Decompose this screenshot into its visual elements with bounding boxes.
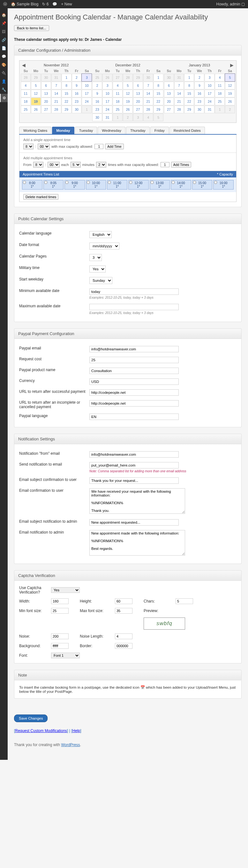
cal-day[interactable]: 12	[225, 82, 235, 89]
sidebar-plugins[interactable]: 🔌	[0, 69, 8, 77]
cal-day[interactable]: 13	[133, 90, 143, 97]
cal-day[interactable]: 9	[92, 90, 102, 97]
cal-day[interactable]: 24	[205, 98, 215, 105]
cal-day[interactable]: 2	[92, 82, 102, 89]
single-hour-select[interactable]: 8	[23, 144, 33, 149]
cal-day[interactable]: 5	[123, 82, 133, 89]
cal-day-other[interactable]: 1	[82, 105, 92, 113]
cal-day[interactable]: 22	[154, 98, 163, 105]
cal-day[interactable]: 18	[215, 90, 225, 97]
time-check[interactable]	[87, 181, 90, 184]
time-check[interactable]	[129, 181, 132, 184]
cal-day[interactable]: 5	[225, 74, 235, 82]
cal-day-other[interactable]: 30	[164, 74, 174, 82]
cal-day[interactable]: 11	[113, 90, 123, 97]
cal-day[interactable]: 13	[41, 90, 51, 97]
cal-day-other[interactable]: 1	[113, 114, 123, 121]
multi-count-select[interactable]: 2	[96, 162, 106, 167]
captcha-use-select[interactable]: Yes	[51, 587, 80, 593]
captcha-nlen-input[interactable]	[115, 633, 132, 639]
notif-to-input[interactable]	[89, 462, 179, 468]
cal-day[interactable]: 14	[143, 90, 153, 97]
cal-day[interactable]: 30	[72, 105, 82, 113]
cal-day[interactable]: 28	[143, 105, 153, 113]
cal-day[interactable]: 10	[102, 90, 112, 97]
sidebar-tools[interactable]: 🔧	[0, 86, 8, 94]
cal-day[interactable]: 2	[194, 74, 204, 82]
cal-day[interactable]: 22	[184, 98, 194, 105]
cal-day[interactable]: 31	[205, 105, 215, 113]
cal-day-other[interactable]: 28	[21, 74, 31, 82]
time-slot-1200[interactable]: 12:001*	[128, 180, 149, 190]
cal-day-other[interactable]: 4	[143, 114, 153, 121]
cal-day[interactable]: 10	[205, 82, 215, 89]
cal-day[interactable]: 6	[133, 82, 143, 89]
captcha-minfont-input[interactable]	[51, 608, 69, 614]
cal-day[interactable]: 27	[41, 105, 51, 113]
cal-day[interactable]: 18	[113, 98, 123, 105]
sidebar-media[interactable]: 🖼	[0, 27, 8, 36]
cal-day[interactable]: 27	[164, 105, 174, 113]
cal-day[interactable]: 25	[215, 98, 225, 105]
captcha-noise-input[interactable]	[51, 633, 69, 639]
tab-monday[interactable]: Monday	[52, 127, 74, 134]
cal-day-other[interactable]: 30	[41, 74, 51, 82]
cal-day[interactable]: 3	[102, 82, 112, 89]
cal-day[interactable]: 4	[215, 74, 225, 82]
cal-day-other[interactable]: 28	[123, 74, 133, 82]
time-check[interactable]	[214, 181, 217, 184]
tab-thursday[interactable]: Thursday	[126, 127, 150, 134]
cal-day[interactable]: 29	[154, 105, 163, 113]
cal-day[interactable]: 5	[31, 82, 41, 89]
howdy-link[interactable]: Howdy, admin ▢	[216, 2, 245, 6]
cal-day-other[interactable]: 2	[123, 114, 133, 121]
cal-day[interactable]: 8	[62, 82, 71, 89]
multi-cap-input[interactable]	[160, 162, 169, 167]
sidebar-links[interactable]: 🔗	[0, 36, 8, 44]
start-weekday-select[interactable]: Sunday	[89, 277, 112, 284]
cal-day[interactable]: 19	[123, 98, 133, 105]
cal-day[interactable]: 12	[123, 90, 133, 97]
cal-day[interactable]: 14	[52, 90, 61, 97]
time-check[interactable]	[23, 181, 26, 184]
help-link[interactable]: Help	[72, 728, 81, 733]
cal-day[interactable]: 17	[205, 90, 215, 97]
cal-day[interactable]: 21	[174, 98, 184, 105]
captcha-border-input[interactable]	[115, 643, 132, 649]
cal-day-other[interactable]: 29	[31, 74, 41, 82]
updates-link[interactable]: ↻ 6	[42, 2, 49, 6]
cal-day[interactable]: 16	[72, 90, 82, 97]
time-check[interactable]	[44, 181, 47, 184]
cal-day[interactable]: 21	[143, 98, 153, 105]
wp-logo-icon[interactable]: ⓦ	[3, 2, 7, 7]
user-body-textarea[interactable]: We have received your request with the f…	[89, 488, 185, 514]
wordpress-link[interactable]: WordPress	[61, 743, 80, 747]
add-times-button[interactable]: Add Times	[171, 162, 191, 167]
sidebar-comments[interactable]: 💬	[0, 52, 8, 61]
sidebar-users[interactable]: 👤	[0, 77, 8, 86]
add-time-button[interactable]: Add Time	[105, 144, 124, 149]
time-slot-1000[interactable]: 10:001*	[86, 180, 106, 190]
cal-day[interactable]: 20	[133, 98, 143, 105]
cal-day[interactable]: 31	[102, 114, 112, 121]
cal-day[interactable]: 8	[184, 82, 194, 89]
cal-day[interactable]: 20	[164, 98, 174, 105]
cal-day[interactable]: 3	[205, 74, 215, 82]
captcha-width-input[interactable]	[51, 598, 69, 604]
time-check[interactable]	[151, 181, 154, 184]
cal-day-other[interactable]: 31	[174, 74, 184, 82]
cal-day[interactable]: 11	[215, 82, 225, 89]
cal-day[interactable]: 17	[82, 90, 92, 97]
cal-day[interactable]: 30	[194, 105, 204, 113]
cal-day-other[interactable]: 31	[52, 74, 61, 82]
cal-day[interactable]: 15	[154, 90, 163, 97]
cal-day[interactable]: 7	[143, 82, 153, 89]
time-slot-0805[interactable]: 8:051*	[43, 180, 64, 190]
cal-day-other[interactable]: 5	[154, 114, 163, 121]
currency-input[interactable]	[89, 378, 179, 385]
cal-day[interactable]: 28	[52, 105, 61, 113]
cal-day[interactable]: 6	[164, 82, 174, 89]
cal-day[interactable]: 29	[62, 105, 71, 113]
cal-day[interactable]: 26	[123, 105, 133, 113]
cal-day[interactable]: 9	[72, 82, 82, 89]
